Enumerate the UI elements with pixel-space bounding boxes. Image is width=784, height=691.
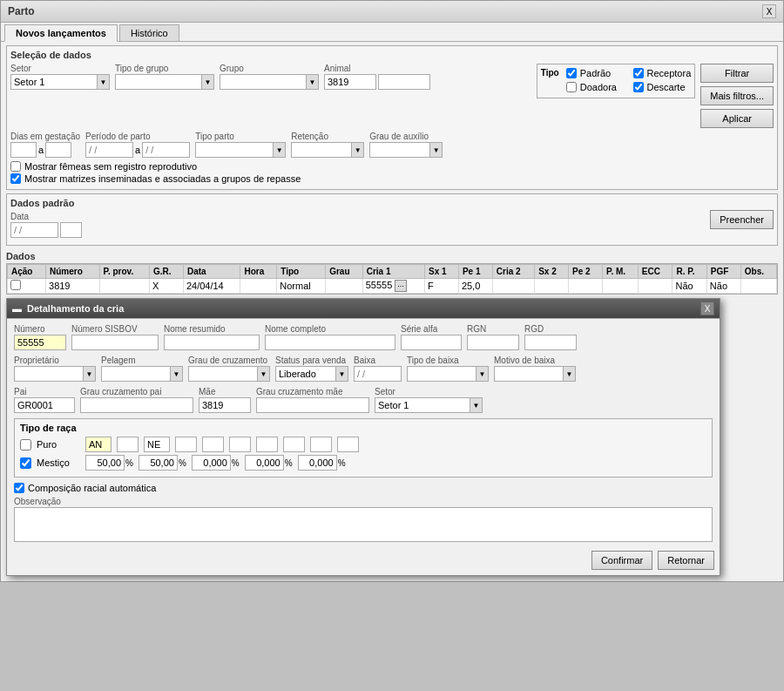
puro-raca5-extra[interactable] — [337, 437, 359, 452]
tipo-parto-arrow[interactable]: ▼ — [274, 142, 286, 158]
tipo-grid: Padrão Receptora Doadora — [566, 68, 692, 94]
animal-field: Animal — [324, 64, 430, 90]
col-data: Data — [183, 265, 240, 279]
data-padrao-input[interactable] — [10, 222, 58, 238]
mais-filtros-button[interactable]: Mais filtros... — [700, 86, 774, 105]
tipo-parto-input[interactable] — [195, 142, 274, 158]
mestico-pct3-input[interactable] — [192, 455, 231, 471]
sub-baixa-input[interactable] — [354, 366, 402, 382]
sub-numero-input[interactable] — [14, 335, 66, 350]
puro-raca3-extra[interactable] — [229, 437, 251, 452]
puro-raca2-input[interactable] — [144, 437, 170, 452]
tab-historico[interactable]: Histórico — [119, 24, 179, 41]
dias-gestacao-to[interactable] — [45, 142, 71, 158]
cria1-expand-button[interactable]: ··· — [395, 280, 407, 292]
setor-input[interactable] — [10, 74, 98, 90]
preencher-button[interactable]: Preencher — [710, 210, 774, 229]
puro-raca2-extra[interactable] — [175, 437, 197, 452]
observacao-textarea[interactable] — [14, 507, 713, 542]
sub-nome-resumido-input[interactable] — [164, 335, 260, 350]
show-femeas-checkbox[interactable] — [10, 161, 21, 172]
puro-raca4-extra[interactable] — [283, 437, 305, 452]
mestico-pct5-input[interactable] — [298, 455, 337, 471]
col-sx2: Sx 2 — [535, 265, 569, 279]
puro-raca1-input[interactable] — [85, 437, 112, 452]
sub-proprietario-input[interactable] — [14, 366, 84, 382]
tipo-grupo-arrow[interactable]: ▼ — [202, 74, 214, 90]
sub-nome-completo-input[interactable] — [265, 335, 395, 350]
row-checkbox[interactable] — [10, 280, 21, 290]
puro-raca4[interactable] — [256, 437, 278, 452]
animal-input[interactable] — [324, 74, 376, 90]
retencao-arrow[interactable]: ▼ — [352, 142, 364, 158]
table-row[interactable]: 3819 X 24/04/14 Normal 55555 ··· F 25,0 — [8, 279, 777, 294]
tab-novos[interactable]: Novos lançamentos — [4, 24, 118, 42]
sub-motivo-baixa-input[interactable] — [494, 366, 564, 382]
selecao-title: Seleção de dados — [10, 50, 774, 60]
data-padrao-field: Data — [10, 212, 82, 238]
puro-raca5[interactable] — [310, 437, 332, 452]
sub-rgn-input[interactable] — [467, 335, 519, 350]
mestico-pct5: % — [298, 455, 346, 471]
sub-mae-input[interactable] — [199, 397, 251, 413]
sub-setor-input[interactable] — [375, 397, 470, 413]
grupo-arrow[interactable]: ▼ — [307, 74, 319, 90]
retencao-input[interactable] — [291, 142, 352, 158]
sub-pelagem-input[interactable] — [101, 366, 171, 382]
composicao-checkbox[interactable] — [14, 483, 24, 493]
sub-pelagem-arrow[interactable]: ▼ — [171, 366, 183, 382]
dias-gestacao-label: Dias em gestação — [10, 132, 80, 141]
setor-arrow[interactable]: ▼ — [98, 74, 110, 90]
sub-grau-cruzamento-arrow[interactable]: ▼ — [258, 366, 270, 382]
cell-numero: 3819 — [46, 279, 100, 294]
sub-grau-cruzamento-input[interactable] — [188, 366, 258, 382]
receptora-checkbox[interactable] — [633, 68, 644, 78]
puro-raca1-extra[interactable] — [117, 437, 139, 452]
sub-rgd-input[interactable] — [524, 335, 577, 350]
sub-pai-input[interactable] — [14, 397, 75, 413]
sub-motivo-baixa-arrow[interactable]: ▼ — [564, 366, 576, 382]
mestico-checkbox[interactable] — [20, 457, 31, 469]
cell-pprov — [99, 279, 149, 294]
sub-grau-mae-input[interactable] — [256, 397, 369, 413]
sub-setor-arrow[interactable]: ▼ — [470, 397, 483, 413]
doadora-checkbox[interactable] — [566, 82, 577, 92]
puro-raca3[interactable] — [202, 437, 224, 452]
padrao-checkbox[interactable] — [566, 68, 577, 78]
descarte-checkbox[interactable] — [633, 82, 644, 92]
retornar-button[interactable]: Retornar — [658, 551, 714, 570]
data-padrao-extra[interactable] — [60, 222, 82, 238]
sub-status-venda-arrow[interactable]: ▼ — [336, 366, 348, 382]
mestico-pct4-input[interactable] — [245, 455, 284, 471]
sub-grau-pai-field: Grau cruzamento pai — [80, 387, 193, 413]
sub-tipo-baixa-arrow[interactable]: ▼ — [476, 366, 489, 382]
puro-checkbox[interactable] — [20, 439, 31, 451]
periodo-ate-input[interactable] — [142, 142, 190, 158]
close-button[interactable]: X — [762, 4, 776, 18]
sub-proprietario-dropdown: ▼ — [14, 366, 96, 382]
sub-grau-pai-input[interactable] — [80, 397, 193, 413]
grau-auxilio-arrow[interactable]: ▼ — [430, 142, 443, 158]
sub-status-venda-input[interactable] — [275, 366, 336, 382]
sub-proprietario-arrow[interactable]: ▼ — [84, 366, 96, 382]
confirmar-button[interactable]: Confirmar — [591, 551, 652, 570]
sub-serie-alfa-input[interactable] — [401, 335, 462, 350]
filtrar-button[interactable]: Filtrar — [700, 64, 774, 83]
mestico-pct2: % — [139, 455, 186, 471]
show-matrizes-checkbox[interactable] — [10, 173, 21, 184]
sub-row2: Proprietário ▼ Pelagem ▼ — [14, 356, 713, 382]
periodo-de-input[interactable] — [85, 142, 133, 158]
mestico-pct1-input[interactable] — [85, 455, 125, 471]
sub-tipo-baixa-input[interactable] — [407, 366, 476, 382]
sub-proprietario-field: Proprietário ▼ — [14, 356, 96, 382]
sub-sisbov-input[interactable] — [71, 335, 159, 350]
aplicar-button[interactable]: Aplicar — [700, 109, 774, 128]
tipo-grupo-input[interactable] — [115, 74, 202, 90]
grupo-input[interactable] — [220, 74, 307, 90]
grau-auxilio-input[interactable] — [369, 142, 430, 158]
dias-gestacao-from[interactable] — [10, 142, 37, 158]
sub-sisbov-label: Número SISBOV — [71, 324, 159, 334]
mestico-pct2-input[interactable] — [139, 455, 178, 471]
sub-dialog-close-button[interactable]: X — [700, 301, 714, 315]
animal-input2[interactable] — [378, 74, 430, 90]
